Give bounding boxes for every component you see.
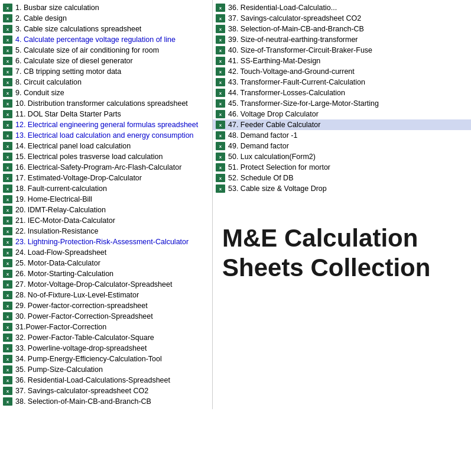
- excel-icon: x: [2, 131, 13, 140]
- list-item[interactable]: x22. Insulation-Resistance: [0, 226, 212, 237]
- excel-icon: x: [2, 163, 13, 171]
- list-item[interactable]: x35. Pump-Size-Calculation: [0, 364, 212, 375]
- list-item[interactable]: x38. Selection-of-Main-CB-and-Branch-CB: [0, 396, 212, 407]
- excel-icon: x: [2, 142, 13, 150]
- list-item[interactable]: x42. Touch-Voltage-and-Ground-current: [213, 66, 471, 77]
- list-item[interactable]: x25. Motor-Data-Calculator: [0, 258, 212, 268]
- list-item[interactable]: x37. Savings-calculator-spreadsheet CO2: [213, 13, 471, 24]
- list-item[interactable]: x36. Residential-Load-Calculations-Sprea…: [0, 375, 212, 386]
- item-label: 30. Power-Factor-Correction-Spreadsheet: [15, 312, 153, 320]
- list-item[interactable]: x43. Transformer-Fault-Current-Calculati…: [213, 77, 471, 88]
- list-item[interactable]: x20. IDMT-Relay-Calculation: [0, 205, 212, 215]
- list-item[interactable]: x14. Electrical panel load calculation: [0, 141, 212, 151]
- excel-icon: x: [2, 46, 13, 54]
- item-label: 14. Electrical panel load calculation: [15, 142, 131, 150]
- list-item[interactable]: x13. Electrical load calculation and ene…: [0, 130, 212, 141]
- item-label: 26. Motor-Starting-Calculation: [15, 270, 113, 278]
- excel-icon: x: [215, 163, 226, 171]
- list-item[interactable]: x51. Protect Selection for mortor: [213, 162, 471, 173]
- item-label: 12. Electrical engineering general formu…: [15, 121, 198, 129]
- list-item[interactable]: x12. Electrical engineering general form…: [0, 119, 212, 130]
- list-item[interactable]: x50. Lux calculation(Form2): [213, 151, 471, 162]
- list-item[interactable]: x19. Home-Electrical-Bill: [0, 194, 212, 205]
- list-item[interactable]: x40. Size-of-Transformer-Circuit-Braker-…: [213, 45, 471, 56]
- list-item[interactable]: x36. Residential-Load-Calculatio...: [213, 2, 471, 13]
- item-label: 18. Fault-current-calculation: [15, 184, 107, 193]
- list-item[interactable]: x11. DOL Star Delta Starter Parts: [0, 109, 212, 119]
- list-item[interactable]: x26. Motor-Starting-Calculation: [0, 268, 212, 279]
- excel-icon: x: [2, 195, 13, 203]
- item-label: 21. IEC-Motor-Data-Calculator: [15, 216, 115, 225]
- item-label: 49. Demand factor: [228, 142, 289, 150]
- item-label: 10. Distribution transformer calculation…: [15, 99, 188, 108]
- list-item[interactable]: x15. Electrical poles trasverse load cal…: [0, 151, 212, 162]
- item-label: 38. Selection-of-Main-CB-and-Branch-CB: [15, 397, 151, 406]
- heading-line2: Sheets Collection: [222, 254, 430, 281]
- left-panel: x1. Busbar size calculationx2. Cable des…: [0, 0, 213, 409]
- item-label: 39. Size-of-neutral-earthing-transformer: [228, 35, 358, 44]
- excel-icon: x: [215, 99, 226, 108]
- list-item[interactable]: x44. Transformer-Losses-Calculation: [213, 88, 471, 98]
- list-item[interactable]: x7. CB tripping setting motor data: [0, 66, 212, 77]
- excel-icon: x: [2, 99, 13, 108]
- item-label: 34. Pump-Energy-Efficiency-Calculation-T…: [15, 355, 162, 363]
- item-label: 41. SS-Earthing-Mat-Design: [228, 57, 320, 65]
- list-item[interactable]: x33. Powerline-voltage-drop-spreadsheet: [0, 343, 212, 354]
- item-label: 16. Electrical-Safety-Program-Arc-Flash-…: [15, 163, 181, 171]
- list-item[interactable]: x18. Fault-current-calculation: [0, 183, 212, 194]
- list-item[interactable]: x27. Motor-Voltage-Drop-Calculator-Sprea…: [0, 279, 212, 290]
- list-item[interactable]: x31.Power-Factor-Correction: [0, 322, 212, 332]
- list-item[interactable]: x30. Power-Factor-Correction-Spreadsheet: [0, 311, 212, 322]
- list-item[interactable]: x52. Schedule Of DB: [213, 173, 471, 183]
- list-item[interactable]: x28. No-of-Fixture-Lux-Level-Estimator: [0, 290, 212, 300]
- item-label: 48. Demand factor -1: [228, 131, 297, 140]
- list-item[interactable]: x34. Pump-Energy-Efficiency-Calculation-…: [0, 354, 212, 364]
- list-item[interactable]: x53. Cable size & Voltage Drop: [213, 183, 471, 194]
- excel-icon: x: [2, 35, 13, 44]
- excel-icon: x: [2, 344, 13, 352]
- list-item[interactable]: x3. Cable size calculations spreadsheet: [0, 24, 212, 34]
- excel-icon: x: [215, 184, 226, 193]
- item-label: 9. Conduit size: [15, 89, 64, 97]
- list-item[interactable]: x21. IEC-Motor-Data-Calculator: [0, 215, 212, 226]
- excel-icon: x: [2, 397, 13, 406]
- item-label: 19. Home-Electrical-Bill: [15, 195, 92, 203]
- item-label: 42. Touch-Voltage-and-Ground-current: [228, 67, 355, 76]
- list-item[interactable]: x4. Calculate percentage voltage regulat…: [0, 34, 212, 45]
- list-item[interactable]: x23. Lightning-Protection-Risk-Assessmen…: [0, 237, 212, 247]
- item-label: 28. No-of-Fixture-Lux-Level-Estimator: [15, 291, 139, 299]
- list-item[interactable]: x38. Selection-of-Main-CB-and-Branch-CB: [213, 24, 471, 34]
- list-item[interactable]: x9. Conduit size: [0, 88, 212, 98]
- item-label: 35. Pump-Size-Calculation: [15, 365, 103, 374]
- excel-icon: x: [215, 67, 226, 76]
- list-item[interactable]: x29. Power-factor-correction-spreadsheet: [0, 300, 212, 311]
- list-item[interactable]: x32. Power-Factor-Table-Calculator-Squar…: [0, 332, 212, 343]
- list-item[interactable]: x47. Feeder Cable Calculator: [213, 119, 471, 130]
- excel-icon: x: [215, 78, 226, 86]
- list-item[interactable]: x1. Busbar size calculation: [0, 2, 212, 13]
- item-label: 8. Circuit calculation: [15, 78, 82, 86]
- excel-icon: x: [2, 25, 13, 33]
- list-item[interactable]: x17. Estimated-Voltage-Drop-Calculator: [0, 173, 212, 183]
- list-item[interactable]: x48. Demand factor -1: [213, 130, 471, 141]
- list-item[interactable]: x10. Distribution transformer calculatio…: [0, 98, 212, 109]
- list-item[interactable]: x6. Calculate size of diesel generator: [0, 56, 212, 66]
- list-item[interactable]: x46. Voltage Drop Calculator: [213, 109, 471, 119]
- excel-icon: x: [2, 270, 13, 278]
- list-item[interactable]: x8. Circuit calculation: [0, 77, 212, 88]
- list-item[interactable]: x39. Size-of-neutral-earthing-transforme…: [213, 34, 471, 45]
- list-item[interactable]: x16. Electrical-Safety-Program-Arc-Flash…: [0, 162, 212, 173]
- list-item[interactable]: x5. Calculate size of air conditioning f…: [0, 45, 212, 56]
- list-item[interactable]: x49. Demand factor: [213, 141, 471, 151]
- list-item[interactable]: x2. Cable design: [0, 13, 212, 24]
- excel-icon: x: [2, 110, 13, 118]
- item-label: 47. Feeder Cable Calculator: [228, 121, 320, 129]
- excel-icon: x: [2, 323, 13, 331]
- list-item[interactable]: x41. SS-Earthing-Mat-Design: [213, 56, 471, 66]
- list-item[interactable]: x45. Transformer-Size-for-Large-Motor-St…: [213, 98, 471, 109]
- item-label: 37. Savings-calculator-spreadsheet CO2: [15, 387, 148, 395]
- excel-icon: x: [2, 174, 13, 182]
- list-item[interactable]: x37. Savings-calculator-spreadsheet CO2: [0, 386, 212, 396]
- list-item[interactable]: x24. Load-Flow-Spreadsheet: [0, 247, 212, 258]
- item-label: 45. Transformer-Size-for-Large-Motor-Sta…: [228, 99, 379, 108]
